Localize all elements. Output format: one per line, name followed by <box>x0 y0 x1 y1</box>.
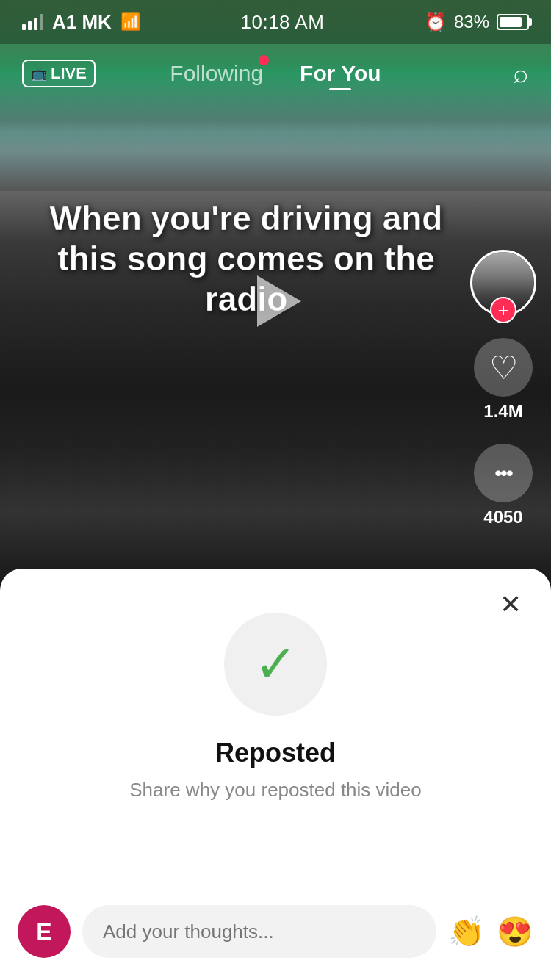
battery-percent: 83% <box>454 12 489 32</box>
heart-eyes-emoji-button[interactable]: 😍 <box>497 915 533 949</box>
comment-action[interactable]: ••• 4050 <box>474 444 533 527</box>
tv-icon: 📺 <box>31 65 47 82</box>
live-label: LIVE <box>51 64 87 83</box>
video-actions: + ♡ 1.4M ••• 4050 <box>470 250 536 527</box>
user-avatar: E <box>18 905 71 958</box>
thought-input-row: E 👏 😍 <box>0 905 551 958</box>
success-circle: ✓ <box>224 613 327 716</box>
tab-following[interactable]: Following <box>170 61 263 86</box>
creator-avatar[interactable]: + <box>470 250 536 316</box>
comment-count: 4050 <box>483 507 522 527</box>
clap-emoji-button[interactable]: 👏 <box>448 915 485 949</box>
search-button[interactable]: ⌕ <box>513 58 529 89</box>
tab-for-you[interactable]: For You <box>300 61 381 86</box>
status-left: A1 MK 📶 <box>22 11 140 34</box>
heart-icon: ♡ <box>489 349 518 386</box>
play-button[interactable] <box>246 272 305 331</box>
signal-icon <box>22 14 43 30</box>
clock: 10:18 AM <box>241 11 325 34</box>
comment-icon-container: ••• <box>474 444 533 502</box>
reposted-title: Reposted <box>215 738 336 768</box>
live-button[interactable]: 📺 LIVE <box>22 60 96 87</box>
carrier-label: A1 MK <box>52 11 112 34</box>
like-count: 1.4M <box>483 401 522 422</box>
thought-input[interactable] <box>82 905 436 958</box>
close-button[interactable]: ✕ <box>500 589 522 620</box>
comment-icon: ••• <box>494 461 511 485</box>
nav-tabs: Following For You <box>170 61 381 86</box>
check-icon: ✓ <box>254 638 298 690</box>
follow-plus-button[interactable]: + <box>490 297 516 323</box>
nav-header: 📺 LIVE Following For You ⌕ <box>0 44 551 103</box>
play-triangle-icon <box>257 275 301 327</box>
wifi-icon: 📶 <box>120 12 140 32</box>
reposted-subtitle: Share why you reposted this video <box>85 779 465 801</box>
status-right: ⏰ 83% <box>425 12 529 32</box>
repost-bottom-sheet: ✕ ✓ Reposted Share why you reposted this… <box>0 569 551 980</box>
alarm-icon: ⏰ <box>425 12 447 32</box>
battery-icon <box>497 14 529 30</box>
like-action[interactable]: ♡ 1.4M <box>474 338 533 422</box>
like-icon-container: ♡ <box>474 338 533 397</box>
status-bar: A1 MK 📶 10:18 AM ⏰ 83% <box>0 0 551 44</box>
notification-dot <box>259 55 269 65</box>
